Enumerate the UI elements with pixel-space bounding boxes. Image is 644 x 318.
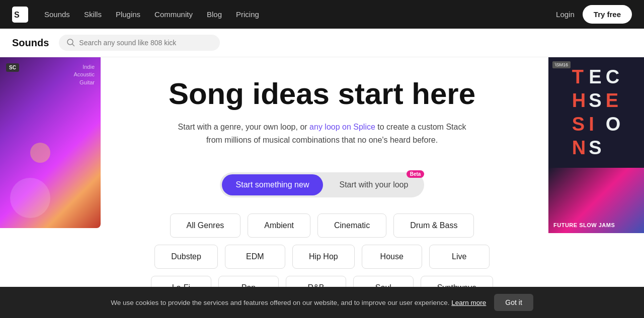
genre-drum-bass[interactable]: Drum & Bass — [393, 214, 474, 238]
side-right-techno: \SM16 T E C H S E S I O N S — [548, 57, 644, 168]
genre-live[interactable]: Live — [429, 245, 490, 269]
sc-badge: SC — [6, 63, 19, 72]
genre-row-1: All Genres Ambient Cinematic Drum & Bass — [170, 214, 474, 238]
search-icon — [67, 39, 75, 47]
got-it-button[interactable]: Got it — [494, 294, 533, 311]
hero-subtitle-prefix: Start with a genre, your own loop, or — [178, 123, 307, 131]
side-image-left: SC Indie Acoustic Guitar — [0, 57, 101, 228]
genre-all-genres[interactable]: All Genres — [170, 214, 241, 238]
genre-row-2: Dubstep EDM Hip Hop House Live — [154, 245, 489, 269]
cookie-banner: We use cookies to provide the services a… — [0, 287, 644, 318]
side-right-bottom: FUTURE SLOW JAMS — [548, 168, 644, 233]
nav-plugins[interactable]: Plugins — [116, 10, 140, 19]
genre-dubstep[interactable]: Dubstep — [154, 245, 218, 269]
future-slow-jams-text: FUTURE SLOW JAMS — [553, 222, 615, 228]
search-wrapper — [59, 35, 220, 51]
genre-hip-hop[interactable]: Hip Hop — [292, 245, 355, 269]
search-input[interactable] — [79, 39, 212, 47]
hero-subtitle: Start with a genre, your own loop, or an… — [176, 121, 468, 146]
genre-ambient[interactable]: Ambient — [248, 214, 310, 238]
nav-community[interactable]: Community — [154, 10, 193, 19]
nav-blog[interactable]: Blog — [207, 10, 222, 19]
genre-cinematic[interactable]: Cinematic — [317, 214, 386, 238]
tabs-container: Start something new Start with your loop… — [220, 172, 425, 197]
beta-badge: Beta — [407, 170, 425, 178]
nav-pricing[interactable]: Pricing — [236, 10, 259, 19]
logo-link[interactable]: S — [12, 7, 28, 23]
tab-start-something-new[interactable]: Start something new — [222, 174, 324, 195]
tab-start-with-loop[interactable]: Start with your loop Beta — [325, 174, 422, 195]
nav-links: Sounds Skills Plugins Community Blog Pri… — [44, 10, 540, 19]
svg-text:S: S — [14, 11, 20, 19]
sounds-bar: Sounds — [0, 29, 644, 57]
learn-more-link[interactable]: Learn more — [451, 299, 486, 306]
login-link[interactable]: Login — [556, 10, 575, 19]
tab-start-with-loop-label: Start with your loop — [339, 180, 408, 189]
nav-sounds[interactable]: Sounds — [44, 10, 70, 19]
nav-right: Login Try free — [556, 5, 632, 24]
sounds-title: Sounds — [12, 37, 49, 49]
main-content: SC Indie Acoustic Guitar \SM16 T E C H S… — [0, 57, 644, 318]
splice-logo-icon: S — [12, 7, 28, 23]
try-free-button[interactable]: Try free — [583, 5, 632, 24]
genre-edm[interactable]: EDM — [225, 245, 285, 269]
svg-line-3 — [72, 44, 74, 46]
nav-skills[interactable]: Skills — [84, 10, 102, 19]
side-image-right: \SM16 T E C H S E S I O N S FUTURE SLOW … — [548, 57, 644, 233]
genre-house[interactable]: House — [362, 245, 422, 269]
any-loop-link[interactable]: any loop on Splice — [309, 123, 375, 131]
sm-badge: \SM16 — [552, 61, 571, 68]
side-label-left: Indie Acoustic Guitar — [73, 63, 95, 86]
cookie-message: We use cookies to provide the services a… — [111, 299, 486, 306]
navbar: S Sounds Skills Plugins Community Blog P… — [0, 0, 644, 29]
hero-title: Song ideas start here — [10, 77, 634, 111]
